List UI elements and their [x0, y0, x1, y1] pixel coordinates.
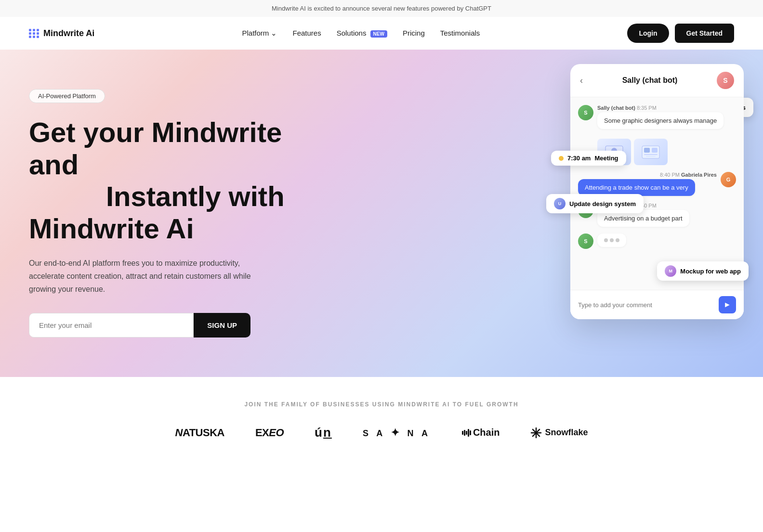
meeting-dot [559, 156, 564, 161]
msg-meta-2: 8:40 PM Gabriela Pires [578, 172, 717, 178]
hero-tag: AI-Powered Platform [29, 89, 105, 103]
message-content-1: Sally (chat bot) 8:35 PM Some graphic de… [597, 105, 736, 129]
chat-message-2: G 8:40 PM Gabriela Pires Attending a tra… [578, 172, 736, 196]
chat-title: Sally (chat bot) [583, 76, 717, 85]
mockup-badge: M Mockup for web app [657, 261, 749, 281]
logo-natuska: NATUSKA [175, 427, 224, 439]
chat-mockup: G Assign tasks ‹ Sally (chat bot) S S Sa… [570, 64, 744, 319]
typing-dots [597, 234, 626, 247]
nav-item-features[interactable]: Features [292, 29, 321, 38]
logo-exeo: EXEO [255, 427, 284, 439]
chat-input[interactable] [578, 301, 714, 309]
message-content-2: 8:40 PM Gabriela Pires Attending a trade… [578, 172, 717, 196]
chat-footer: ► [570, 290, 744, 319]
email-signup-form: SIGN UP [29, 313, 250, 337]
sally-avatar-typing: S [578, 234, 593, 249]
login-button[interactable]: Login [627, 24, 669, 43]
preview-img-2 [634, 139, 668, 165]
send-button[interactable]: ► [719, 296, 736, 313]
hero-content: AI-Powered Platform Get your Mindwrite a… [29, 89, 337, 337]
get-started-button[interactable]: Get Started [675, 24, 734, 43]
svg-rect-7 [644, 154, 658, 155]
svg-rect-12 [468, 429, 469, 437]
logo-saona: S A ✦ N A [363, 427, 431, 439]
logos-label: JOIN THE FAMILY OF BUSINESSES USING MIND… [29, 401, 734, 408]
mockup-avatar: M [665, 265, 676, 277]
logos-row: NATUSKA EXEO ún S A ✦ N A Chain [29, 425, 734, 440]
snowflake-label: Snowflake [545, 428, 588, 438]
nav-item-solutions[interactable]: Solutions NEW [337, 29, 387, 38]
chat-message-1: S Sally (chat bot) 8:35 PM Some graphic … [578, 105, 736, 129]
svg-rect-8 [646, 156, 656, 157]
gabriela-avatar: G [721, 172, 736, 187]
logo-snowflake: Snowflake [530, 427, 588, 439]
chat-body: S Sally (chat bot) 8:35 PM Some graphic … [570, 97, 744, 290]
hero-subtitle: Our end-to-end AI platform frees you to … [29, 257, 260, 296]
chain-label: Chain [473, 427, 500, 438]
chat-card: ‹ Sally (chat bot) S S Sally (chat bot) … [570, 64, 744, 319]
svg-point-18 [535, 431, 538, 434]
chat-header: ‹ Sally (chat bot) S [570, 64, 744, 97]
meeting-badge: 7:30 am Meeting [551, 151, 626, 166]
nav-item-platform[interactable]: Platform ⌄ [242, 29, 277, 38]
svg-rect-11 [466, 431, 467, 435]
sally-avatar-1: S [578, 105, 593, 120]
msg-bubble-1: Some graphic designers always manage [597, 112, 724, 129]
logo-chain: Chain [461, 427, 500, 438]
typing-indicator: S [578, 234, 736, 249]
svg-rect-6 [652, 148, 658, 153]
logo-icon [29, 29, 39, 38]
nav-actions: Login Get Started [627, 24, 734, 43]
svg-rect-9 [462, 431, 463, 435]
msg-bubble-2: Attending a trade show can be a very [578, 179, 695, 196]
update-avatar: U [554, 198, 566, 209]
msg-meta-1: Sally (chat bot) 8:35 PM [597, 105, 736, 111]
hero-section: AI-Powered Platform Get your Mindwrite a… [0, 50, 763, 377]
logo-un: ún [315, 425, 332, 440]
chat-header-avatar: S [717, 72, 734, 89]
svg-rect-13 [470, 430, 471, 435]
logo[interactable]: Mindwrite Ai [29, 28, 94, 39]
nav-item-testimonials[interactable]: Testimonials [440, 29, 480, 38]
svg-rect-5 [644, 148, 650, 153]
navbar: Mindwrite Ai Platform ⌄ Features Solutio… [0, 17, 763, 50]
new-badge: NEW [370, 30, 387, 38]
email-input[interactable] [29, 313, 194, 337]
update-badge: U Update design system [546, 194, 644, 213]
hero-title: Get your Mindwrite and Instantly with Mi… [29, 117, 337, 245]
signup-button[interactable]: SIGN UP [194, 313, 250, 337]
nav-links: Platform ⌄ Features Solutions NEW Pricin… [242, 29, 480, 38]
svg-rect-10 [464, 430, 465, 436]
nav-item-pricing[interactable]: Pricing [403, 29, 425, 38]
logos-section: JOIN THE FAMILY OF BUSINESSES USING MIND… [0, 377, 763, 464]
announcement-banner: Mindwrite AI is excited to announce seve… [0, 0, 763, 17]
